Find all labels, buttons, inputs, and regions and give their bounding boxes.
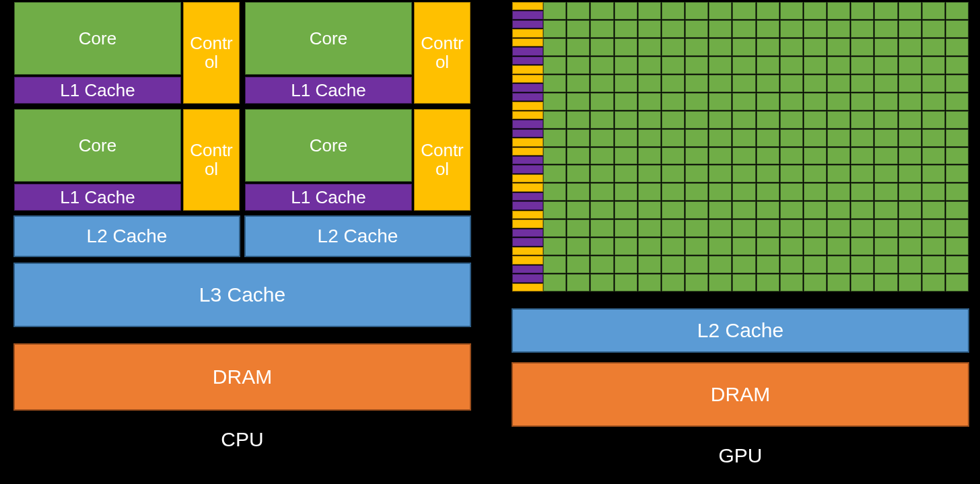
- gpu-sm-row: [512, 183, 543, 201]
- gpu-core-cell: [685, 274, 708, 291]
- gpu-core-cell: [874, 147, 897, 165]
- cpu-l1-cache: L1 Cache: [14, 77, 181, 104]
- gpu-core-cell: [851, 256, 874, 273]
- gpu-core-cell: [662, 129, 685, 147]
- gpu-l1-cell: [512, 83, 543, 92]
- gpu-core-cell: [638, 256, 661, 273]
- gpu-core-cell: [922, 274, 945, 291]
- gpu-core-cell: [780, 75, 803, 92]
- gpu-core-cell: [946, 256, 969, 273]
- gpu-core-cell: [874, 38, 897, 56]
- gpu-core-cell: [922, 20, 945, 38]
- gpu-core-cell: [922, 111, 945, 129]
- gpu-l1-cell: [512, 156, 543, 164]
- cpu-core: Core: [245, 109, 412, 182]
- gpu-core-cell: [874, 57, 897, 74]
- gpu-core-cell: [874, 256, 897, 273]
- gpu-core-cell: [757, 201, 779, 219]
- gpu-core-cell: [757, 238, 779, 255]
- gpu-core-cell: [732, 183, 755, 201]
- gpu-core-cell: [662, 274, 685, 291]
- gpu-core-cell: [804, 2, 827, 20]
- gpu-core-cell: [922, 129, 945, 147]
- gpu-core-cell: [590, 2, 613, 20]
- gpu-core-cell: [851, 183, 874, 201]
- gpu-core-cell: [615, 38, 637, 56]
- gpu-core-cell: [662, 165, 685, 182]
- gpu-control-cell: [512, 247, 543, 255]
- gpu-core-cell: [780, 274, 803, 291]
- gpu-label: GPU: [512, 444, 969, 467]
- gpu-core-cell: [543, 20, 566, 38]
- cpu-l1-cache: L1 Cache: [14, 184, 181, 211]
- gpu-core-cell: [874, 20, 897, 38]
- gpu-l1-cell: [512, 120, 543, 128]
- gpu-core-cell: [946, 219, 969, 237]
- gpu-core-cell: [757, 183, 779, 201]
- gpu-core-cell: [922, 256, 945, 273]
- gpu-core-cell: [804, 201, 827, 219]
- gpu-core-cell: [732, 38, 755, 56]
- gpu-core-cell: [615, 219, 637, 237]
- gpu-sm-row: [512, 93, 543, 110]
- gpu-core-cell: [804, 75, 827, 92]
- gpu-core-cell: [899, 75, 921, 92]
- gpu-sm-row: [512, 111, 543, 129]
- gpu-core-cell: [946, 129, 969, 147]
- gpu-core-cell: [757, 20, 779, 38]
- gpu-core-cell: [851, 274, 874, 291]
- gpu-core-cell: [827, 183, 850, 201]
- gpu-core-cell: [899, 147, 921, 165]
- gpu-sm-row: [512, 57, 543, 74]
- gpu-core-cell: [922, 147, 945, 165]
- gpu-core-cell: [922, 2, 945, 20]
- gpu-core-cell: [685, 256, 708, 273]
- gpu-core-cell: [780, 20, 803, 38]
- gpu-core-cell: [804, 219, 827, 237]
- gpu-core-cell: [615, 256, 637, 273]
- gpu-core-cell: [590, 256, 613, 273]
- gpu-core-cell: [567, 201, 590, 219]
- gpu-core-cell: [899, 57, 921, 74]
- gpu-core-cell: [804, 111, 827, 129]
- gpu-core-cell: [615, 75, 637, 92]
- gpu-core-cell: [662, 93, 685, 110]
- gpu-core-cell: [780, 183, 803, 201]
- gpu-control-cell: [512, 65, 543, 73]
- gpu-core-cell: [685, 93, 708, 110]
- gpu-core-cell: [590, 57, 613, 74]
- cpu-l1-cache: L1 Cache: [245, 77, 412, 104]
- gpu-core-cell: [685, 165, 708, 182]
- gpu-core-cell: [709, 256, 732, 273]
- cpu-l2-row: L2 Cache L2 Cache: [13, 215, 471, 257]
- gpu-core-cell: [709, 201, 732, 219]
- gpu-core-cell: [757, 38, 779, 56]
- gpu-core-cell: [543, 2, 566, 20]
- gpu-core-cell: [732, 2, 755, 20]
- gpu-sm-row: [512, 238, 543, 255]
- gpu-core-cell: [899, 256, 921, 273]
- gpu-core-cell: [567, 20, 590, 38]
- gpu-core-cell: [804, 183, 827, 201]
- gpu-core-cell: [638, 2, 661, 20]
- gpu-core-cell: [732, 219, 755, 237]
- gpu-control-cell: [512, 29, 543, 37]
- gpu-core-cell: [780, 2, 803, 20]
- gpu-core-cell: [922, 57, 945, 74]
- gpu-core-cell: [851, 147, 874, 165]
- gpu-control-cell: [512, 256, 543, 264]
- cpu-l1-cache: L1 Cache: [245, 184, 412, 211]
- cpu-core-block: Core Control L1 Cache: [244, 108, 471, 211]
- gpu-core-cell: [851, 20, 874, 38]
- gpu-core-cell: [638, 93, 661, 110]
- gpu-core-cell: [827, 75, 850, 92]
- gpu-l2-cache: L2 Cache: [512, 308, 969, 353]
- gpu-l1-cell: [512, 265, 543, 273]
- gpu-core-cell: [874, 111, 897, 129]
- gpu-core-cell: [780, 38, 803, 56]
- gpu-core-cell: [685, 201, 708, 219]
- gpu-core-cell: [827, 57, 850, 74]
- gpu-core-cell: [874, 93, 897, 110]
- gpu-core-cell: [922, 183, 945, 201]
- gpu-core-cell: [804, 93, 827, 110]
